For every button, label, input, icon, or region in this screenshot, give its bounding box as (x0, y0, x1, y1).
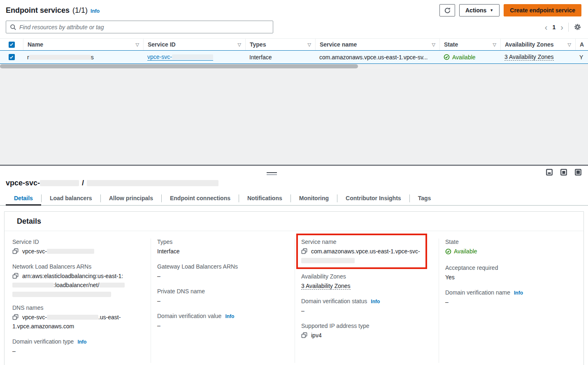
field-label: Service ID (12, 239, 39, 245)
types-value: Interface (249, 54, 272, 61)
actions-button[interactable]: Actions ▼ (459, 4, 500, 16)
resource-count: (1/1) (72, 6, 88, 15)
filter-icon[interactable]: ▽ (493, 42, 496, 47)
field-value-text: – (301, 306, 431, 315)
field-value-text: arn:aws:elasticloadbalancing:us-east-1: (22, 273, 123, 279)
field-value-text: vpce-svc- (22, 248, 47, 255)
cell-types: Interface (245, 51, 315, 63)
field-value-text: – (12, 346, 143, 356)
create-endpoint-service-button[interactable]: Create endpoint service (504, 4, 581, 16)
filter-icon[interactable]: ▽ (238, 42, 241, 47)
panel-collapse-icon[interactable] (546, 169, 553, 175)
service-id-link[interactable]: vpce-svc- (147, 54, 213, 61)
field-label: Network Load Balancers ARNs (12, 263, 91, 270)
field-state: State Available (445, 239, 576, 257)
availability-zones-link[interactable]: 3 Availability Zones (504, 54, 554, 61)
redacted-text (87, 180, 218, 186)
field-label: Domain verification name (445, 289, 510, 296)
select-all-checkbox-cell (0, 39, 23, 50)
field-label: Service name (301, 239, 337, 245)
horizontal-scrollbar[interactable] (0, 64, 588, 69)
field-service-id: Service ID vpce-svc- (12, 239, 143, 256)
field-label: Gateway Load Balancers ARNs (157, 263, 238, 270)
panel-drag-handle[interactable] (267, 172, 277, 176)
refresh-button[interactable] (439, 4, 455, 16)
cell-service-id: vpce-svc- (143, 51, 245, 63)
field-value-text: Interface (157, 247, 287, 256)
copy-icon[interactable] (12, 273, 19, 279)
caret-down-icon: ▼ (490, 8, 493, 12)
column-label: Availability Zones (505, 41, 554, 48)
select-all-checkbox[interactable] (9, 42, 15, 48)
tab-endpoint-connections[interactable]: Endpoint connections (162, 192, 239, 205)
panel-split-icon[interactable] (560, 169, 567, 175)
column-header-service-name[interactable]: Service name ▽ (315, 39, 439, 50)
filter-icon[interactable]: ▽ (568, 42, 571, 47)
copy-icon[interactable] (12, 314, 19, 320)
tab-load-balancers[interactable]: Load balancers (42, 192, 100, 205)
cell-availability-zones: 3 Availability Zones (500, 51, 575, 63)
column-header-name[interactable]: Name ▽ (23, 39, 143, 50)
cell-name: rs (23, 51, 143, 63)
column-header-state[interactable]: State ▽ (439, 39, 500, 50)
redacted-text (47, 249, 94, 254)
info-link[interactable]: Info (225, 314, 234, 319)
state-label: Available (452, 54, 476, 61)
filter-icon[interactable]: ▽ (308, 42, 311, 47)
field-service-name: Service name com.amazonaws.vpce.us-east-… (301, 239, 423, 263)
copy-icon[interactable] (12, 248, 19, 254)
tab-monitoring[interactable]: Monitoring (291, 192, 337, 205)
search-box[interactable] (6, 21, 273, 33)
check-circle-icon (445, 248, 451, 255)
field-availability-zones: Availability Zones 3 Availability Zones (301, 273, 431, 290)
check-circle-icon (444, 54, 450, 60)
redacted-text (99, 283, 125, 288)
field-supported-ip: Supported IP address type ipv4 (301, 323, 431, 340)
tab-contributor-insights[interactable]: Contributor Insights (337, 192, 409, 205)
field-value-text: – (445, 297, 576, 307)
redacted-text (12, 292, 111, 297)
info-link[interactable]: Info (514, 290, 523, 296)
filter-icon[interactable]: ▽ (136, 42, 139, 47)
current-page[interactable]: 1 (553, 24, 556, 30)
column-label: Service name (320, 41, 357, 48)
previous-page-button[interactable]: ‹ (545, 23, 548, 31)
redacted-text (40, 180, 79, 186)
row-checkbox[interactable] (9, 54, 15, 60)
cell-state: Available (439, 51, 500, 63)
header-info-link[interactable]: Info (91, 8, 100, 14)
tab-allow-principals[interactable]: Allow principals (101, 192, 161, 205)
redacted-text (301, 258, 355, 263)
tab-notifications[interactable]: Notifications (239, 192, 291, 205)
panel-title-prefix: vpce-svc- (6, 179, 40, 187)
column-header-acceptance-partial[interactable]: A (575, 39, 588, 50)
tab-tags[interactable]: Tags (410, 192, 439, 205)
column-header-types[interactable]: Types ▽ (245, 39, 315, 50)
table-header: Name ▽ Service ID ▽ Types ▽ Service name… (0, 38, 588, 50)
copy-icon[interactable] (301, 248, 307, 254)
field-value-text: com.amazonaws.vpce.us-east-1.vpce-svc- (311, 248, 420, 255)
column-header-availability-zones[interactable]: Availability Zones ▽ (500, 39, 575, 50)
field-glb-arns: Gateway Load Balancers ARNs – (157, 263, 287, 281)
search-input[interactable] (19, 24, 269, 30)
scrollbar-thumb[interactable] (0, 64, 358, 68)
state-badge: Available (444, 54, 476, 61)
panel-size-controls (546, 169, 581, 175)
column-label: A (580, 41, 584, 48)
settings-gear-icon[interactable] (574, 23, 581, 31)
column-header-service-id[interactable]: Service ID ▽ (143, 39, 245, 50)
copy-icon[interactable] (301, 332, 307, 338)
filter-icon[interactable]: ▽ (432, 42, 435, 47)
panel-maximize-icon[interactable] (575, 169, 581, 175)
field-types: Types Interface (157, 239, 287, 256)
search-row: ‹ 1 › (0, 19, 588, 38)
availability-zones-link[interactable]: 3 Availability Zones (301, 283, 351, 290)
info-link[interactable]: Info (77, 339, 86, 345)
next-page-button[interactable]: › (560, 23, 563, 31)
table-row[interactable]: rs vpce-svc- Interface com.amazonaws.vpc… (0, 50, 588, 64)
info-link[interactable]: Info (371, 299, 380, 304)
field-dns-names: DNS names vpce-svc-.us-east-1.vpce.amazo… (12, 304, 143, 331)
service-id-prefix: vpce-svc- (147, 54, 172, 60)
column-label: Service ID (148, 41, 176, 48)
tab-details[interactable]: Details (6, 192, 41, 206)
